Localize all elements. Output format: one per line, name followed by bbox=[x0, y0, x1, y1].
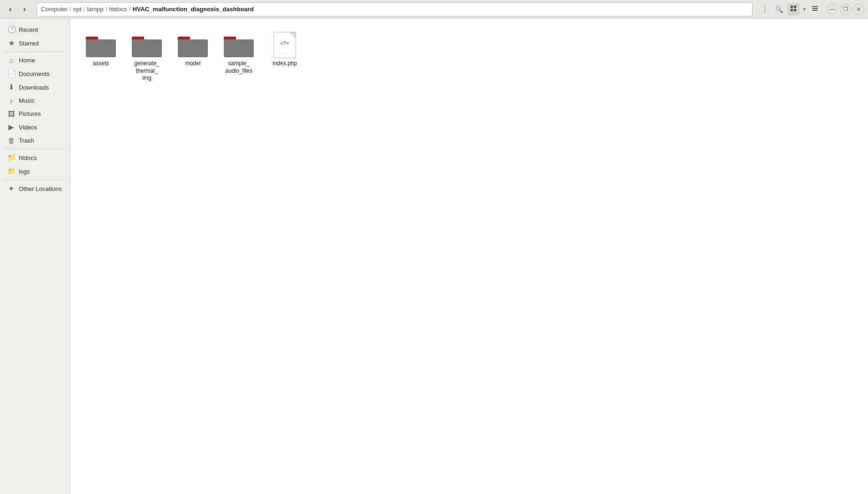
sidebar-label-pictures: Pictures bbox=[19, 110, 41, 117]
sidebar-item-trash[interactable]: 🗑 Trash bbox=[2, 134, 68, 147]
file-grid: assets generate_thermal_img model bbox=[80, 28, 859, 86]
path-current: HVAC_malfunction_diagnosis_dashboard bbox=[132, 6, 253, 13]
list-icon bbox=[812, 5, 818, 13]
sidebar-item-pictures[interactable]: 🖼 Pictures bbox=[2, 107, 68, 120]
pictures-icon: 🖼 bbox=[8, 110, 15, 118]
svg-rect-12 bbox=[178, 39, 208, 57]
back-icon bbox=[9, 4, 12, 14]
sidebar-divider-1 bbox=[4, 52, 66, 52]
sidebar-label-videos: Videos bbox=[19, 124, 38, 131]
breadcrumb: Computer / opt / lampp / htdocs / HVAC_m… bbox=[41, 6, 748, 13]
more-icon: ⋮ bbox=[761, 5, 769, 14]
path-bar: Computer / opt / lampp / htdocs / HVAC_m… bbox=[37, 2, 753, 16]
sep-2: / bbox=[84, 6, 85, 13]
sidebar-label-logs: logs bbox=[19, 168, 30, 175]
file-item-index-php[interactable]: <?> index.php bbox=[264, 28, 306, 86]
view-dropdown-button[interactable]: ▾ bbox=[799, 3, 809, 15]
forward-icon bbox=[23, 4, 26, 14]
sidebar-item-htdocs[interactable]: 📁 htdocs bbox=[2, 151, 68, 164]
sidebar-label-recent: Recent bbox=[19, 26, 38, 33]
maximize-button[interactable]: ❐ bbox=[840, 4, 851, 15]
path-htdocs[interactable]: htdocs bbox=[109, 6, 127, 13]
star-icon: ★ bbox=[8, 39, 15, 47]
videos-icon: ▶ bbox=[8, 123, 15, 131]
minimize-icon: — bbox=[830, 6, 835, 13]
titlebar: Computer / opt / lampp / htdocs / HVAC_m… bbox=[0, 0, 868, 19]
file-name-assets: assets bbox=[93, 60, 109, 68]
sidebar-item-downloads[interactable]: ⬇ Downloads bbox=[2, 81, 68, 94]
sidebar-label-htdocs: htdocs bbox=[19, 154, 37, 161]
svg-rect-0 bbox=[791, 6, 793, 8]
svg-rect-3 bbox=[794, 9, 796, 11]
file-item-sample-audio-files[interactable]: sample_audio_files bbox=[218, 28, 260, 86]
sep-1: / bbox=[69, 6, 71, 13]
forward-button[interactable] bbox=[18, 3, 31, 16]
file-area: assets generate_thermal_img model bbox=[70, 19, 868, 494]
svg-rect-5 bbox=[812, 8, 818, 9]
sidebar-item-logs[interactable]: 📁 logs bbox=[2, 165, 68, 178]
sidebar-label-starred: Starred bbox=[19, 40, 39, 47]
folder-icon-model bbox=[178, 32, 208, 58]
sidebar-item-music[interactable]: ♪ Music bbox=[2, 94, 68, 107]
file-name-generate-thermal-img: generate_thermal_img bbox=[134, 60, 160, 82]
file-item-generate-thermal-img[interactable]: generate_thermal_img bbox=[126, 28, 168, 86]
php-file-icon: <?> bbox=[274, 32, 296, 58]
list-view-button[interactable] bbox=[809, 3, 821, 15]
svg-rect-14 bbox=[224, 39, 254, 57]
sidebar-label-music: Music bbox=[19, 97, 35, 104]
path-lampp[interactable]: lampp bbox=[87, 6, 103, 13]
path-computer[interactable]: Computer bbox=[41, 6, 68, 13]
sidebar-divider-3 bbox=[4, 180, 66, 180]
titlebar-actions: ⋮ 🔍 bbox=[758, 3, 785, 16]
download-icon: ⬇ bbox=[8, 83, 15, 91]
sidebar-label-trash: Trash bbox=[19, 137, 34, 144]
grid-view-button[interactable] bbox=[787, 3, 799, 15]
svg-rect-8 bbox=[86, 39, 116, 57]
sidebar-item-home[interactable]: ⌂ Home bbox=[2, 54, 68, 67]
file-name-model: model bbox=[185, 60, 201, 68]
file-name-index-php: index.php bbox=[273, 60, 297, 68]
path-opt[interactable]: opt bbox=[73, 6, 82, 13]
sidebar-item-recent[interactable]: 🕐 Recent bbox=[2, 23, 68, 36]
folder-icon-generate-thermal-img bbox=[132, 32, 162, 58]
document-icon: 📄 bbox=[8, 69, 15, 78]
search-button[interactable]: 🔍 bbox=[772, 3, 785, 16]
back-button[interactable] bbox=[4, 3, 17, 16]
nav-buttons bbox=[4, 3, 31, 16]
file-item-model[interactable]: model bbox=[172, 28, 214, 86]
htdocs-folder-icon: 📁 bbox=[8, 153, 15, 162]
sidebar-item-other-locations[interactable]: + Other Locations bbox=[2, 182, 68, 195]
sidebar-item-videos[interactable]: ▶ Videos bbox=[2, 121, 68, 134]
svg-rect-2 bbox=[791, 9, 793, 11]
sidebar-label-other-locations: Other Locations bbox=[19, 185, 62, 192]
sidebar-label-downloads: Downloads bbox=[19, 84, 49, 91]
trash-icon: 🗑 bbox=[8, 137, 15, 144]
sidebar-item-documents[interactable]: 📄 Documents bbox=[2, 67, 68, 80]
sep-4: / bbox=[129, 6, 131, 13]
music-icon: ♪ bbox=[8, 97, 15, 105]
sidebar-label-home: Home bbox=[19, 57, 35, 64]
maximize-icon: ❐ bbox=[843, 6, 848, 12]
view-toggle: ▾ bbox=[787, 3, 821, 15]
sep-3: / bbox=[106, 6, 107, 13]
folder-icon-assets bbox=[86, 32, 116, 58]
sidebar-item-starred[interactable]: ★ Starred bbox=[2, 37, 68, 50]
close-button[interactable]: ✕ bbox=[853, 4, 864, 15]
svg-rect-4 bbox=[812, 6, 818, 7]
home-icon: ⌂ bbox=[8, 56, 15, 64]
plus-icon: + bbox=[8, 184, 15, 193]
svg-rect-6 bbox=[812, 10, 818, 11]
sidebar-label-documents: Documents bbox=[19, 70, 50, 77]
clock-icon: 🕐 bbox=[8, 25, 15, 34]
sidebar-divider-2 bbox=[4, 149, 66, 149]
search-icon: 🔍 bbox=[775, 6, 783, 13]
grid-icon bbox=[790, 5, 797, 13]
more-options-button[interactable]: ⋮ bbox=[758, 3, 771, 16]
file-item-assets[interactable]: assets bbox=[80, 28, 122, 86]
close-icon: ✕ bbox=[856, 6, 861, 13]
main-layout: 🕐 Recent ★ Starred ⌂ Home 📄 Documents ⬇ … bbox=[0, 19, 868, 494]
minimize-button[interactable]: — bbox=[827, 4, 838, 15]
file-name-sample-audio-files: sample_audio_files bbox=[225, 60, 252, 75]
logs-folder-icon: 📁 bbox=[8, 167, 15, 175]
svg-rect-1 bbox=[794, 6, 796, 8]
